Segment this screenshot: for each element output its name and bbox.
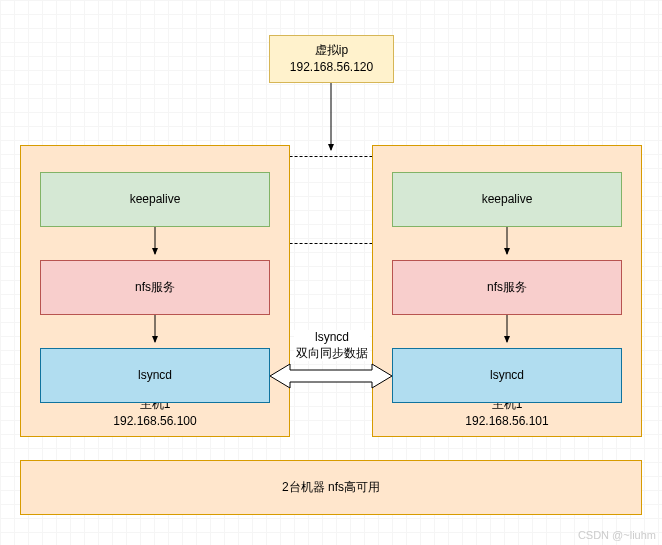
sync-label-line1: lsyncd [315, 330, 349, 344]
host-1-keepalive-label: keepalive [130, 191, 181, 208]
host-2-nfs-label: nfs服务 [487, 279, 527, 296]
host-2-keepalive-label: keepalive [482, 191, 533, 208]
sync-arrow-icon [270, 362, 392, 390]
vip-label: 虚拟ip [315, 42, 348, 59]
host-2-nfs: nfs服务 [392, 260, 622, 315]
diagram-title-text: 2台机器 nfs高可用 [282, 479, 380, 496]
svg-marker-0 [270, 364, 392, 388]
host-2-lsyncd-label: lsyncd [490, 367, 524, 384]
host-1-ip: 192.168.56.100 [113, 413, 196, 430]
diagram-title: 2台机器 nfs高可用 [20, 460, 642, 515]
sync-label: lsyncd 双向同步数据 [294, 330, 370, 361]
watermark: CSDN @~liuhm [578, 529, 656, 541]
host-2-keepalive: keepalive [392, 172, 622, 227]
host-2-ip: 192.168.56.101 [465, 413, 548, 430]
host-1-nfs-label: nfs服务 [135, 279, 175, 296]
vip-box: 虚拟ip 192.168.56.120 [269, 35, 394, 83]
sync-label-line2: 双向同步数据 [296, 346, 368, 360]
host-1-lsyncd-label: lsyncd [138, 367, 172, 384]
vip-ip: 192.168.56.120 [290, 59, 373, 76]
host-1-lsyncd: lsyncd [40, 348, 270, 403]
host-2-lsyncd: lsyncd [392, 348, 622, 403]
host-1-nfs: nfs服务 [40, 260, 270, 315]
host-1-keepalive: keepalive [40, 172, 270, 227]
